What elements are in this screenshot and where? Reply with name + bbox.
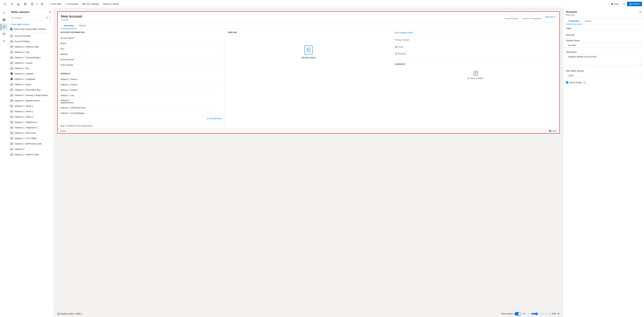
search-box[interactable]: ▾ [10,15,52,20]
new-table-column-button[interactable]: + New table column [8,22,54,27]
timeline-title: Timeline [228,31,389,33]
item-icon-18: ab [10,131,13,134]
filter-icon[interactable] [46,16,48,19]
toolbar-right: Save ▾ Publish [608,1,642,6]
component-button[interactable]: + Component [64,2,80,6]
list-item[interactable]: ab Address 1: Name [8,82,54,87]
svg-rect-3 [31,3,33,5]
list-item[interactable]: ab Address 1: ZIP/Postal Code [8,141,54,146]
form-subtitle: Account [61,19,82,21]
form-settings-button[interactable]: Form settings [81,2,100,6]
rp-tab-events[interactable]: Events [582,18,594,24]
cut-button[interactable] [16,2,22,6]
sidebar-close-button[interactable]: ✕ [49,10,51,14]
filter-chevron[interactable]: ▾ [49,17,50,19]
svg-rect-12 [3,20,4,21]
list-item[interactable]: ab Address 1: Street 2 [8,109,54,114]
zoom-minus-button[interactable]: − [528,312,530,315]
save-chevron[interactable]: ▾ [623,1,626,6]
right-panel-close-button[interactable]: ✕ [639,10,641,14]
no-data-text: No data available. [468,77,484,79]
list-item[interactable]: ab Account Number [8,33,54,38]
fit-to-screen-button[interactable]: ⊕ [558,312,560,315]
item-icon-8 [10,77,13,80]
list-item[interactable]: ab Address 1: County [8,60,54,65]
rp-description-textarea[interactable]: Updated default Account form. [566,54,641,66]
nav-layers[interactable] [1,31,8,37]
list-item[interactable]: ab Address 1: Fax [8,65,54,71]
list-item[interactable]: ab Address 2 [8,146,54,152]
show-hidden-toggle[interactable] [514,312,521,316]
delete-button[interactable] [39,2,45,6]
rp-max-width-group: Max Width (pixels) [566,69,641,78]
list-item[interactable]: ab Account Rating [8,38,54,44]
contacts-more-button[interactable]: ⋮ [554,63,557,65]
nav-form[interactable] [1,23,8,30]
show-image-info-icon[interactable]: i [583,81,586,84]
owner-chevron[interactable]: ▾ [555,16,556,18]
rp-tab-properties[interactable]: Properties [566,18,582,24]
list-item[interactable]: ab Address 1: Telephone 3 [8,125,54,130]
list-item[interactable]: ab Address 1: Post Office Box [8,87,54,92]
email-icon [395,46,397,48]
list-item[interactable]: ab Address 1: UTC Offset [8,136,54,141]
list-item[interactable]: ab Address 1: Country/Region [8,55,54,60]
search-input[interactable] [15,16,45,19]
list-item[interactable]: ab Address 1: Telephone 2 [8,119,54,125]
form-field-label: + Form field [50,3,61,5]
list-item[interactable]: ab Address 1: UPS Zone [8,130,54,136]
form-footer-save[interactable]: 💾 Save [549,130,557,132]
nav-grid[interactable] [1,16,8,23]
form-field-button[interactable]: + Form field [48,2,63,6]
show-unused-checkbox[interactable] [10,28,12,30]
nav-menu[interactable]: ☰ [1,9,8,16]
list-item[interactable]: ab Address 1: State/Province [8,98,54,103]
tab-details[interactable]: Details [76,22,88,29]
toolbar-left: ▾ + Form field + Component Form settings… [2,2,121,6]
item-icon-19: ab [10,137,13,140]
timeline-body: Almost there [228,35,389,69]
rp-table-label: Table [566,27,641,30]
paste-button[interactable] [29,2,35,6]
item-icon-9: ab [10,83,13,86]
list-item[interactable]: ab Address 1: Address Type [8,44,54,49]
list-item[interactable]: Address 1: Longitude [8,76,54,82]
nav-list[interactable] [1,38,8,44]
item-icon-15: ab [10,115,13,118]
item-icon-2: ab [10,45,13,48]
get-directions-button[interactable]: ⊕ Get Directions [207,117,222,120]
rp-max-width-input[interactable] [566,73,641,78]
switch-classic-button[interactable]: Switch to classic [101,2,120,6]
component-label: + Component [65,3,78,5]
form-status: Active [60,130,66,132]
svg-point-0 [17,4,18,5]
tab-summary[interactable]: Summary [61,22,76,29]
switch-classic-label: Switch to classic [103,3,119,5]
desktop-chevron[interactable]: ∨ [82,313,83,315]
zoom-slider[interactable] [531,313,548,315]
list-item[interactable]: ab Address 1: Primary Contact Name [8,92,54,98]
error-control-link[interactable]: Error loading control [395,31,413,34]
owner-link[interactable]: Matt Peart [545,16,554,18]
redo-button[interactable] [9,2,15,6]
rp-body: Table Account Display Name Description U… [563,24,644,317]
paste-chevron[interactable]: ▾ [36,2,38,6]
header-annual-revenue: ··· Annual Revenue [505,14,518,19]
item-icon-13: ab [10,104,13,107]
copy-button[interactable] [22,2,28,6]
save-button[interactable]: Save [608,1,622,6]
address-section: ADDRESS Address 1: Street 1 --- Address … [58,70,225,123]
list-item[interactable]: ab Address 2: Address Type [8,152,54,157]
list-item[interactable]: Address 1: Latitude [8,71,54,76]
zoom-plus-button[interactable]: + [549,312,551,315]
list-item[interactable]: ab Address 1: Street 3 [8,114,54,119]
rp-max-width-label: Max Width (pixels) [566,69,641,72]
list-item[interactable]: ab Address 1: Street 1 [8,103,54,109]
list-item[interactable]: ab Address 1: City [8,49,54,55]
rp-display-name-input[interactable] [566,43,641,48]
svg-rect-10 [3,19,4,20]
rp-show-image-checkbox[interactable] [566,81,568,83]
form-footer: Active 💾 Save [58,129,559,133]
publish-button[interactable]: Publish [627,2,642,6]
undo-button[interactable] [2,2,8,6]
